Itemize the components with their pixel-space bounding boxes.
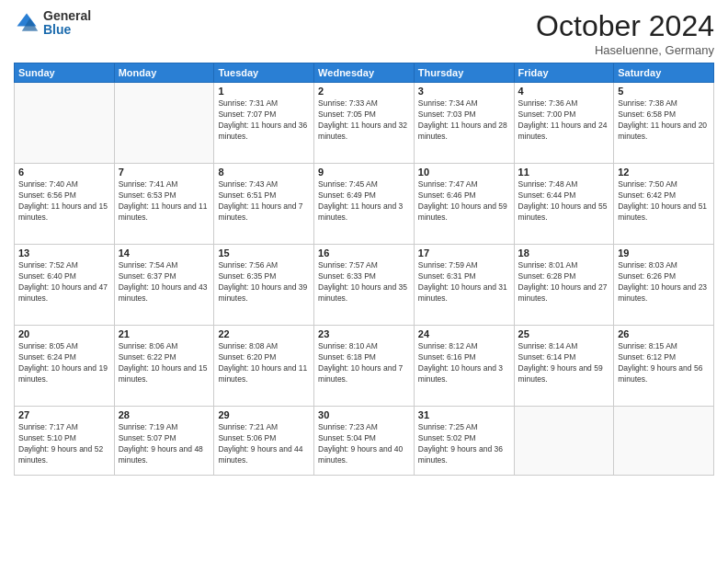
calendar-table: Sunday Monday Tuesday Wednesday Thursday… [14,63,714,476]
calendar-day-cell [114,83,214,164]
calendar-week-row: 27Sunrise: 7:17 AM Sunset: 5:10 PM Dayli… [15,407,714,476]
calendar-week-row: 20Sunrise: 8:05 AM Sunset: 6:24 PM Dayli… [15,326,714,407]
calendar-day-cell: 10Sunrise: 7:47 AM Sunset: 6:46 PM Dayli… [414,164,514,245]
calendar-day-cell [514,407,614,476]
day-number: 28 [119,409,210,420]
calendar-day-cell: 3Sunrise: 7:34 AM Sunset: 7:03 PM Daylig… [414,83,514,164]
calendar-day-cell: 29Sunrise: 7:21 AM Sunset: 5:06 PM Dayli… [214,407,314,476]
calendar-day-cell: 4Sunrise: 7:36 AM Sunset: 7:00 PM Daylig… [514,83,614,164]
calendar-day-cell: 24Sunrise: 8:12 AM Sunset: 6:16 PM Dayli… [414,326,514,407]
calendar-day-cell: 31Sunrise: 7:25 AM Sunset: 5:02 PM Dayli… [414,407,514,476]
calendar-day-cell: 21Sunrise: 8:06 AM Sunset: 6:22 PM Dayli… [114,326,214,407]
day-number: 15 [218,247,310,259]
day-info: Sunrise: 8:14 AM Sunset: 6:14 PM Dayligh… [518,341,610,385]
day-number: 18 [518,247,610,259]
day-info: Sunrise: 8:15 AM Sunset: 6:12 PM Dayligh… [618,341,710,385]
day-number: 5 [618,86,710,97]
logo: General Blue [14,9,91,38]
day-number: 4 [518,86,610,97]
day-number: 13 [18,247,110,259]
calendar-day-cell: 23Sunrise: 8:10 AM Sunset: 6:18 PM Dayli… [314,326,415,407]
day-number: 12 [618,167,710,178]
day-number: 14 [119,247,210,259]
header-wednesday: Wednesday [314,63,415,83]
day-info: Sunrise: 8:05 AM Sunset: 6:24 PM Dayligh… [18,341,110,385]
day-info: Sunrise: 7:57 AM Sunset: 6:33 PM Dayligh… [318,260,410,304]
calendar-week-row: 6Sunrise: 7:40 AM Sunset: 6:56 PM Daylig… [15,164,714,245]
day-info: Sunrise: 7:59 AM Sunset: 6:31 PM Dayligh… [418,260,510,304]
calendar-day-cell: 9Sunrise: 7:45 AM Sunset: 6:49 PM Daylig… [314,164,415,245]
calendar-week-row: 13Sunrise: 7:52 AM Sunset: 6:40 PM Dayli… [15,245,714,326]
day-number: 10 [418,167,510,178]
day-number: 8 [218,167,310,178]
day-number: 27 [18,409,110,420]
calendar-day-cell: 2Sunrise: 7:33 AM Sunset: 7:05 PM Daylig… [314,83,415,164]
day-number: 7 [119,167,210,178]
day-info: Sunrise: 7:47 AM Sunset: 6:46 PM Dayligh… [418,179,510,224]
calendar-day-cell: 8Sunrise: 7:43 AM Sunset: 6:51 PM Daylig… [214,164,314,245]
day-info: Sunrise: 7:17 AM Sunset: 5:10 PM Dayligh… [18,422,110,466]
day-number: 23 [318,328,410,339]
day-number: 11 [518,167,610,178]
header-tuesday: Tuesday [214,63,314,83]
day-info: Sunrise: 7:41 AM Sunset: 6:53 PM Dayligh… [119,179,210,224]
calendar-day-cell: 30Sunrise: 7:23 AM Sunset: 5:04 PM Dayli… [314,407,415,476]
day-number: 3 [418,86,510,97]
weekday-header-row: Sunday Monday Tuesday Wednesday Thursday… [15,63,714,83]
day-number: 29 [218,409,310,420]
day-info: Sunrise: 7:43 AM Sunset: 6:51 PM Dayligh… [218,179,310,224]
day-info: Sunrise: 8:03 AM Sunset: 6:26 PM Dayligh… [618,260,710,304]
day-info: Sunrise: 7:33 AM Sunset: 7:05 PM Dayligh… [318,98,410,143]
calendar-day-cell: 14Sunrise: 7:54 AM Sunset: 6:37 PM Dayli… [114,245,214,326]
day-number: 26 [618,328,710,339]
calendar-day-cell: 13Sunrise: 7:52 AM Sunset: 6:40 PM Dayli… [15,245,115,326]
day-number: 6 [18,167,110,178]
day-number: 17 [418,247,510,259]
day-info: Sunrise: 7:21 AM Sunset: 5:06 PM Dayligh… [218,422,310,466]
day-info: Sunrise: 7:50 AM Sunset: 6:42 PM Dayligh… [618,179,710,224]
day-info: Sunrise: 7:48 AM Sunset: 6:44 PM Dayligh… [518,179,610,224]
header-thursday: Thursday [414,63,514,83]
calendar-day-cell: 20Sunrise: 8:05 AM Sunset: 6:24 PM Dayli… [15,326,115,407]
month-title: October 2024 [536,9,714,43]
calendar-day-cell: 27Sunrise: 7:17 AM Sunset: 5:10 PM Dayli… [15,407,115,476]
day-info: Sunrise: 7:54 AM Sunset: 6:37 PM Dayligh… [119,260,210,304]
day-number: 16 [318,247,410,259]
logo-icon [14,10,40,36]
day-number: 2 [318,86,410,97]
day-info: Sunrise: 7:31 AM Sunset: 7:07 PM Dayligh… [218,98,310,143]
day-number: 31 [418,409,510,420]
day-number: 19 [618,247,710,259]
logo-general-text: General [43,9,91,23]
day-info: Sunrise: 8:10 AM Sunset: 6:18 PM Dayligh… [318,341,410,385]
calendar-day-cell: 18Sunrise: 8:01 AM Sunset: 6:28 PM Dayli… [514,245,614,326]
day-info: Sunrise: 7:34 AM Sunset: 7:03 PM Dayligh… [418,98,510,143]
day-info: Sunrise: 8:08 AM Sunset: 6:20 PM Dayligh… [218,341,310,385]
day-info: Sunrise: 8:01 AM Sunset: 6:28 PM Dayligh… [518,260,610,304]
calendar-week-row: 1Sunrise: 7:31 AM Sunset: 7:07 PM Daylig… [15,83,714,164]
calendar-day-cell: 6Sunrise: 7:40 AM Sunset: 6:56 PM Daylig… [15,164,115,245]
day-number: 24 [418,328,510,339]
day-number: 21 [119,328,210,339]
calendar-day-cell: 26Sunrise: 8:15 AM Sunset: 6:12 PM Dayli… [614,326,714,407]
day-info: Sunrise: 8:12 AM Sunset: 6:16 PM Dayligh… [418,341,510,385]
calendar-day-cell: 25Sunrise: 8:14 AM Sunset: 6:14 PM Dayli… [514,326,614,407]
title-block: October 2024 Haseluenne, Germany [536,9,714,57]
day-info: Sunrise: 7:25 AM Sunset: 5:02 PM Dayligh… [418,422,510,466]
location-text: Haseluenne, Germany [536,43,714,57]
header-sunday: Sunday [15,63,115,83]
calendar-day-cell: 19Sunrise: 8:03 AM Sunset: 6:26 PM Dayli… [614,245,714,326]
day-number: 22 [218,328,310,339]
calendar-day-cell: 17Sunrise: 7:59 AM Sunset: 6:31 PM Dayli… [414,245,514,326]
day-info: Sunrise: 7:45 AM Sunset: 6:49 PM Dayligh… [318,179,410,224]
day-number: 1 [218,86,310,97]
day-info: Sunrise: 7:56 AM Sunset: 6:35 PM Dayligh… [218,260,310,304]
calendar-day-cell: 28Sunrise: 7:19 AM Sunset: 5:07 PM Dayli… [114,407,214,476]
day-number: 30 [318,409,410,420]
calendar-day-cell: 11Sunrise: 7:48 AM Sunset: 6:44 PM Dayli… [514,164,614,245]
calendar-day-cell [15,83,115,164]
day-info: Sunrise: 7:52 AM Sunset: 6:40 PM Dayligh… [18,260,110,304]
logo-blue-text: Blue [43,23,91,37]
header-monday: Monday [114,63,214,83]
day-info: Sunrise: 7:23 AM Sunset: 5:04 PM Dayligh… [318,422,410,466]
